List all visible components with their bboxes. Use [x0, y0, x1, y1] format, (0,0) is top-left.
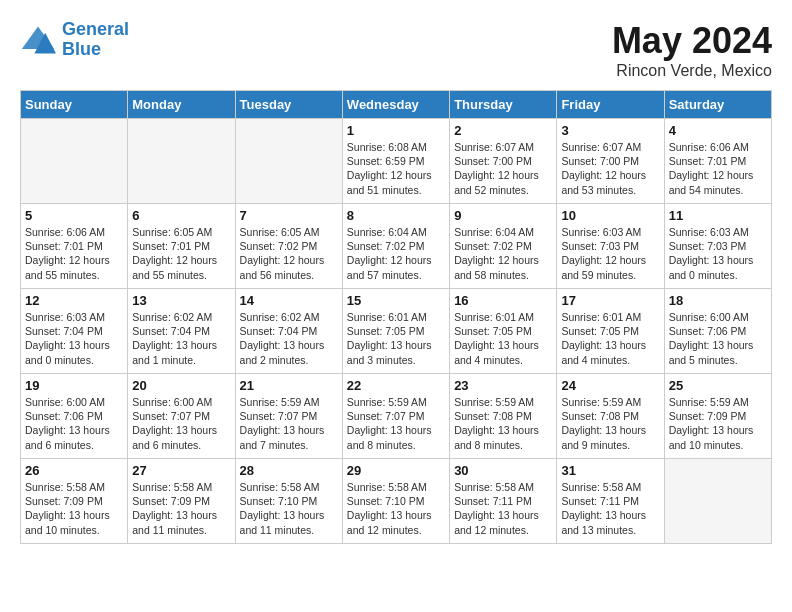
- day-info: Sunrise: 5:59 AMSunset: 7:09 PMDaylight:…: [669, 395, 767, 452]
- calendar-cell-w1d0: 5Sunrise: 6:06 AMSunset: 7:01 PMDaylight…: [21, 204, 128, 289]
- calendar-cell-w4d1: 27Sunrise: 5:58 AMSunset: 7:09 PMDayligh…: [128, 459, 235, 544]
- calendar-cell-w2d1: 13Sunrise: 6:02 AMSunset: 7:04 PMDayligh…: [128, 289, 235, 374]
- day-number: 26: [25, 463, 123, 478]
- calendar-cell-w3d4: 23Sunrise: 5:59 AMSunset: 7:08 PMDayligh…: [450, 374, 557, 459]
- day-info: Sunrise: 5:59 AMSunset: 7:07 PMDaylight:…: [240, 395, 338, 452]
- day-number: 27: [132, 463, 230, 478]
- calendar: SundayMondayTuesdayWednesdayThursdayFrid…: [20, 90, 772, 544]
- calendar-cell-w3d6: 25Sunrise: 5:59 AMSunset: 7:09 PMDayligh…: [664, 374, 771, 459]
- title-block: May 2024 Rincon Verde, Mexico: [612, 20, 772, 80]
- logo-line2: Blue: [62, 39, 101, 59]
- day-number: 28: [240, 463, 338, 478]
- calendar-cell-w0d6: 4Sunrise: 6:06 AMSunset: 7:01 PMDaylight…: [664, 119, 771, 204]
- day-info: Sunrise: 6:04 AMSunset: 7:02 PMDaylight:…: [347, 225, 445, 282]
- day-number: 1: [347, 123, 445, 138]
- day-number: 21: [240, 378, 338, 393]
- day-number: 18: [669, 293, 767, 308]
- weekday-header-friday: Friday: [557, 91, 664, 119]
- day-info: Sunrise: 6:00 AMSunset: 7:07 PMDaylight:…: [132, 395, 230, 452]
- calendar-cell-w1d2: 7Sunrise: 6:05 AMSunset: 7:02 PMDaylight…: [235, 204, 342, 289]
- calendar-cell-w4d5: 31Sunrise: 5:58 AMSunset: 7:11 PMDayligh…: [557, 459, 664, 544]
- day-number: 13: [132, 293, 230, 308]
- day-number: 9: [454, 208, 552, 223]
- day-info: Sunrise: 5:59 AMSunset: 7:08 PMDaylight:…: [454, 395, 552, 452]
- page-header: General Blue May 2024 Rincon Verde, Mexi…: [20, 20, 772, 80]
- weekday-header-tuesday: Tuesday: [235, 91, 342, 119]
- calendar-cell-w2d2: 14Sunrise: 6:02 AMSunset: 7:04 PMDayligh…: [235, 289, 342, 374]
- day-number: 20: [132, 378, 230, 393]
- day-info: Sunrise: 5:59 AMSunset: 7:08 PMDaylight:…: [561, 395, 659, 452]
- calendar-cell-w2d4: 16Sunrise: 6:01 AMSunset: 7:05 PMDayligh…: [450, 289, 557, 374]
- calendar-cell-w3d2: 21Sunrise: 5:59 AMSunset: 7:07 PMDayligh…: [235, 374, 342, 459]
- day-info: Sunrise: 6:08 AMSunset: 6:59 PMDaylight:…: [347, 140, 445, 197]
- day-number: 25: [669, 378, 767, 393]
- day-number: 12: [25, 293, 123, 308]
- calendar-cell-w4d2: 28Sunrise: 5:58 AMSunset: 7:10 PMDayligh…: [235, 459, 342, 544]
- day-info: Sunrise: 6:04 AMSunset: 7:02 PMDaylight:…: [454, 225, 552, 282]
- day-info: Sunrise: 5:58 AMSunset: 7:10 PMDaylight:…: [347, 480, 445, 537]
- calendar-cell-w4d6: [664, 459, 771, 544]
- day-number: 29: [347, 463, 445, 478]
- day-info: Sunrise: 6:07 AMSunset: 7:00 PMDaylight:…: [454, 140, 552, 197]
- calendar-cell-w1d5: 10Sunrise: 6:03 AMSunset: 7:03 PMDayligh…: [557, 204, 664, 289]
- calendar-cell-w1d4: 9Sunrise: 6:04 AMSunset: 7:02 PMDaylight…: [450, 204, 557, 289]
- day-info: Sunrise: 5:58 AMSunset: 7:09 PMDaylight:…: [25, 480, 123, 537]
- day-number: 16: [454, 293, 552, 308]
- day-info: Sunrise: 6:05 AMSunset: 7:01 PMDaylight:…: [132, 225, 230, 282]
- weekday-header-thursday: Thursday: [450, 91, 557, 119]
- day-number: 23: [454, 378, 552, 393]
- day-number: 24: [561, 378, 659, 393]
- day-number: 22: [347, 378, 445, 393]
- weekday-header-sunday: Sunday: [21, 91, 128, 119]
- day-info: Sunrise: 6:02 AMSunset: 7:04 PMDaylight:…: [240, 310, 338, 367]
- day-number: 17: [561, 293, 659, 308]
- calendar-cell-w0d0: [21, 119, 128, 204]
- logo-line1: General: [62, 19, 129, 39]
- day-number: 30: [454, 463, 552, 478]
- calendar-cell-w3d3: 22Sunrise: 5:59 AMSunset: 7:07 PMDayligh…: [342, 374, 449, 459]
- calendar-cell-w1d1: 6Sunrise: 6:05 AMSunset: 7:01 PMDaylight…: [128, 204, 235, 289]
- calendar-cell-w3d1: 20Sunrise: 6:00 AMSunset: 7:07 PMDayligh…: [128, 374, 235, 459]
- day-number: 5: [25, 208, 123, 223]
- day-number: 14: [240, 293, 338, 308]
- day-number: 7: [240, 208, 338, 223]
- day-info: Sunrise: 6:05 AMSunset: 7:02 PMDaylight:…: [240, 225, 338, 282]
- day-number: 15: [347, 293, 445, 308]
- month-title: May 2024: [612, 20, 772, 62]
- calendar-cell-w0d4: 2Sunrise: 6:07 AMSunset: 7:00 PMDaylight…: [450, 119, 557, 204]
- calendar-cell-w2d6: 18Sunrise: 6:00 AMSunset: 7:06 PMDayligh…: [664, 289, 771, 374]
- day-info: Sunrise: 6:01 AMSunset: 7:05 PMDaylight:…: [454, 310, 552, 367]
- day-number: 10: [561, 208, 659, 223]
- day-info: Sunrise: 5:59 AMSunset: 7:07 PMDaylight:…: [347, 395, 445, 452]
- calendar-cell-w1d3: 8Sunrise: 6:04 AMSunset: 7:02 PMDaylight…: [342, 204, 449, 289]
- logo-text: General Blue: [62, 20, 129, 60]
- day-info: Sunrise: 5:58 AMSunset: 7:10 PMDaylight:…: [240, 480, 338, 537]
- calendar-cell-w0d2: [235, 119, 342, 204]
- weekday-header-saturday: Saturday: [664, 91, 771, 119]
- day-number: 6: [132, 208, 230, 223]
- calendar-cell-w3d5: 24Sunrise: 5:59 AMSunset: 7:08 PMDayligh…: [557, 374, 664, 459]
- calendar-cell-w4d3: 29Sunrise: 5:58 AMSunset: 7:10 PMDayligh…: [342, 459, 449, 544]
- day-info: Sunrise: 6:03 AMSunset: 7:04 PMDaylight:…: [25, 310, 123, 367]
- day-info: Sunrise: 6:00 AMSunset: 7:06 PMDaylight:…: [25, 395, 123, 452]
- calendar-cell-w0d3: 1Sunrise: 6:08 AMSunset: 6:59 PMDaylight…: [342, 119, 449, 204]
- day-number: 4: [669, 123, 767, 138]
- weekday-header-wednesday: Wednesday: [342, 91, 449, 119]
- calendar-cell-w2d5: 17Sunrise: 6:01 AMSunset: 7:05 PMDayligh…: [557, 289, 664, 374]
- day-info: Sunrise: 6:02 AMSunset: 7:04 PMDaylight:…: [132, 310, 230, 367]
- day-number: 19: [25, 378, 123, 393]
- calendar-cell-w0d1: [128, 119, 235, 204]
- day-number: 2: [454, 123, 552, 138]
- day-info: Sunrise: 6:03 AMSunset: 7:03 PMDaylight:…: [561, 225, 659, 282]
- day-info: Sunrise: 6:06 AMSunset: 7:01 PMDaylight:…: [25, 225, 123, 282]
- location: Rincon Verde, Mexico: [612, 62, 772, 80]
- day-info: Sunrise: 5:58 AMSunset: 7:11 PMDaylight:…: [454, 480, 552, 537]
- day-number: 8: [347, 208, 445, 223]
- day-info: Sunrise: 6:06 AMSunset: 7:01 PMDaylight:…: [669, 140, 767, 197]
- calendar-cell-w2d0: 12Sunrise: 6:03 AMSunset: 7:04 PMDayligh…: [21, 289, 128, 374]
- calendar-cell-w2d3: 15Sunrise: 6:01 AMSunset: 7:05 PMDayligh…: [342, 289, 449, 374]
- day-info: Sunrise: 6:01 AMSunset: 7:05 PMDaylight:…: [561, 310, 659, 367]
- calendar-cell-w4d0: 26Sunrise: 5:58 AMSunset: 7:09 PMDayligh…: [21, 459, 128, 544]
- calendar-cell-w3d0: 19Sunrise: 6:00 AMSunset: 7:06 PMDayligh…: [21, 374, 128, 459]
- calendar-cell-w4d4: 30Sunrise: 5:58 AMSunset: 7:11 PMDayligh…: [450, 459, 557, 544]
